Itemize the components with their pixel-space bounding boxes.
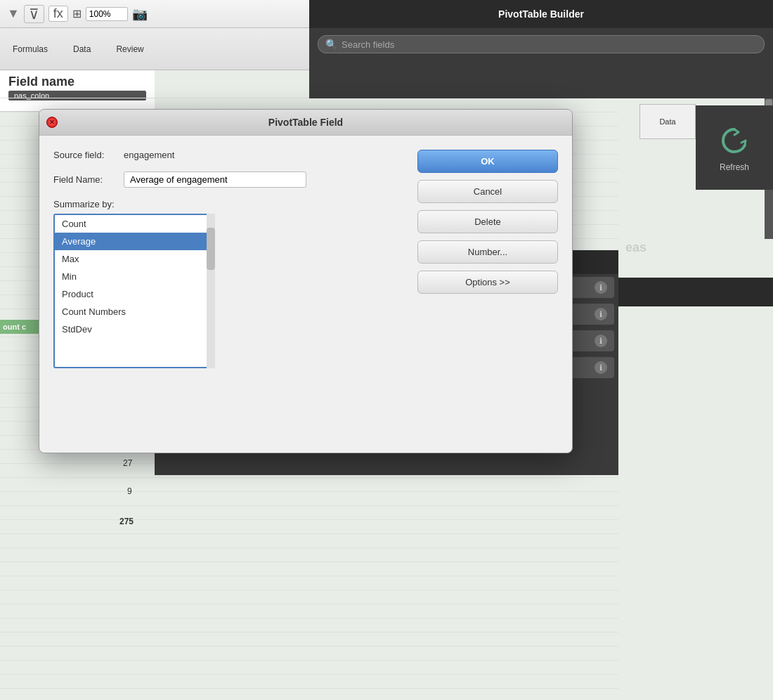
fx-icon[interactable]: fx [48,6,68,22]
pivot-builder-header: PivotTable Builder [309,0,773,28]
options-button[interactable]: Options >> [417,271,558,294]
refresh-area[interactable]: Refresh [696,105,773,190]
ok-button[interactable]: OK [417,150,558,173]
field-name-input[interactable] [124,171,306,188]
search-bar: 🔍 Search fields [309,28,773,60]
cancel-button[interactable]: Cancel [417,180,558,203]
filter-icon[interactable]: ⊽ [24,5,44,23]
number-button[interactable]: Number... [417,240,558,264]
dialog-titlebar: ✕ PivotTable Field [39,110,572,136]
refresh-icon-area[interactable] [717,123,752,158]
dialog-right-panel: OK Cancel Delete Number... Options >> [417,150,558,439]
cell-value-275: 275 [119,517,134,526]
dropdown-icon[interactable]: ▼ [7,6,20,21]
tab-data[interactable]: Data [67,41,96,57]
zoom-input[interactable] [86,7,128,21]
formula-bar: ▼ ⊽ fx ⊞ 📷 [7,5,148,23]
data-tab-label: Data [659,117,675,126]
summarize-item-max[interactable]: Max [55,250,214,268]
tab-review[interactable]: Review [110,41,149,57]
source-field-value: engagement [124,150,174,160]
refresh-label: Refresh [720,162,749,172]
dialog-left-panel: Source field: engagement Field Name: Sum… [53,150,396,439]
format-icon[interactable]: ⊞ [72,7,82,20]
field-name-label: Field Name: [53,174,117,185]
summarize-list[interactable]: Count Average Max Min Product Count Numb… [53,214,215,368]
summarize-item-stddev[interactable]: StdDev [55,320,214,338]
source-field-label: Source field: [53,150,117,160]
value-field-count-title-info[interactable]: ℹ [595,281,607,294]
summarize-section: Summarize by: Count Average Max Min Prod… [53,199,396,368]
pivottable-field-dialog[interactable]: ✕ PivotTable Field Source field: engagem… [39,109,573,453]
areas-label: eas [625,240,647,255]
summarize-item-count[interactable]: Count [55,215,214,233]
cell-value-27: 27 [123,458,132,468]
value-field-count-engagement-info[interactable]: ℹ [595,361,607,374]
tab-formulas[interactable]: Formulas [7,41,53,57]
summarize-item-count-numbers[interactable]: Count Numbers [55,303,214,320]
summarize-item-product[interactable]: Product [55,285,214,303]
pivot-builder-search-area: 🔍 Search fields [309,28,773,98]
source-field-row: Source field: engagement [53,150,396,160]
dialog-close-button[interactable]: ✕ [46,117,58,128]
dialog-title: PivotTable Field [268,117,343,128]
pivot-builder-title: PivotTable Builder [498,8,584,20]
summarize-label: Summarize by: [53,199,396,209]
value-field-avg-upvotes-info[interactable]: ℹ [595,335,607,347]
summarize-item-average[interactable]: Average [55,233,214,250]
camera-icon[interactable]: 📷 [132,6,148,22]
list-scrollbar-thumb[interactable] [207,228,215,270]
field-name-row: Field Name: [53,171,396,188]
dialog-body: Source field: engagement Field Name: Sum… [39,136,572,453]
list-scrollbar[interactable] [207,214,215,368]
summarize-item-min[interactable]: Min [55,268,214,285]
refresh-icon [719,125,750,156]
data-tab-area: Data [639,104,696,139]
search-icon: 🔍 [325,39,337,50]
cell-value-9: 9 [127,486,132,496]
search-input-wrap[interactable]: 🔍 Search fields [318,35,765,53]
value-field-avg-comments-info[interactable]: ℹ [595,308,607,320]
delete-button[interactable]: Delete [417,210,558,233]
search-placeholder: Search fields [342,39,394,50]
